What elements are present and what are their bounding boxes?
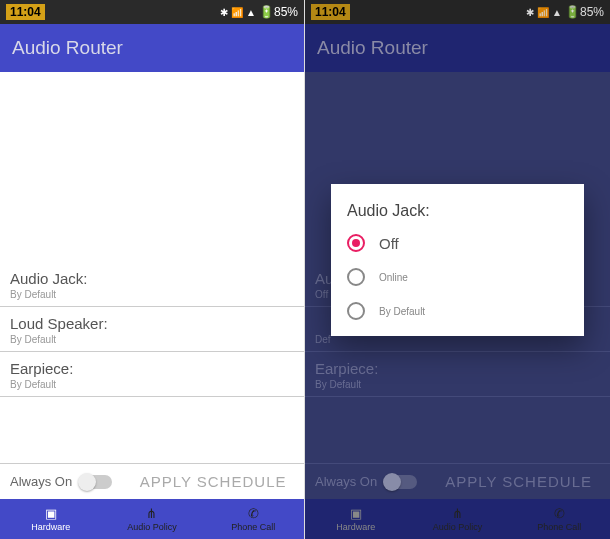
radio-option-default[interactable]: By Default: [347, 302, 568, 320]
nav-phone-call[interactable]: ✆ Phone Call: [203, 499, 304, 539]
screen-left: 11:04 ✱ 📶 ▲ 🔋85% Audio Router Audio Jack…: [0, 0, 305, 539]
chip-icon: ▣: [350, 506, 362, 521]
signal-icon: 📶: [231, 7, 243, 18]
setting-audio-jack[interactable]: Audio Jack: By Default: [0, 262, 304, 307]
main-content: Audio Jack: By Default Loud Speaker: By …: [0, 72, 304, 463]
status-bar: 11:04 ✱ 📶 ▲ 🔋85%: [0, 0, 304, 24]
app-title: Audio Router: [12, 37, 123, 59]
content-spacer: [0, 72, 304, 262]
bottom-nav: ▣ Hardware ⋔ Audio Policy ✆ Phone Call: [305, 499, 610, 539]
app-header: Audio Router: [305, 24, 610, 72]
bottom-row: Always On APPLY SCHEDULE: [0, 463, 304, 499]
setting-earpiece[interactable]: Earpiece: By Default: [0, 352, 304, 397]
status-time: 11:04: [311, 4, 350, 20]
phone-icon: ✆: [554, 506, 565, 521]
bluetooth-icon: ✱: [220, 7, 228, 18]
setting-earpiece: Earpiece: By Default: [305, 352, 610, 397]
nav-phone-call: ✆ Phone Call: [508, 499, 610, 539]
wifi-icon: ▲: [246, 7, 256, 18]
apply-schedule-button: APPLY SCHEDULE: [437, 473, 600, 490]
apply-schedule-button[interactable]: APPLY SCHEDULE: [132, 473, 294, 490]
always-on-toggle[interactable]: [80, 475, 112, 489]
always-on-label: Always On: [315, 474, 377, 489]
radio-option-off[interactable]: Off: [347, 234, 568, 252]
bottom-row: Always On APPLY SCHEDULE: [305, 463, 610, 499]
dialog-title: Audio Jack:: [347, 202, 568, 220]
share-icon: ⋔: [146, 506, 157, 521]
status-bar: 11:04 ✱ 📶 ▲ 🔋85%: [305, 0, 610, 24]
audio-jack-dialog: Audio Jack: Off Online By Default: [331, 184, 584, 336]
screen-right: 11:04 ✱ 📶 ▲ 🔋85% Audio Router Au Off Def: [305, 0, 610, 539]
always-on-toggle: [385, 475, 417, 489]
phone-icon: ✆: [248, 506, 259, 521]
battery-indicator: 🔋85%: [259, 5, 298, 19]
app-title: Audio Router: [317, 37, 428, 59]
status-icons: ✱ 📶 ▲ 🔋85%: [220, 5, 298, 19]
share-icon: ⋔: [452, 506, 463, 521]
wifi-icon: ▲: [552, 7, 562, 18]
setting-loud-speaker[interactable]: Loud Speaker: By Default: [0, 307, 304, 352]
battery-indicator: 🔋85%: [565, 5, 604, 19]
nav-hardware[interactable]: ▣ Hardware: [0, 499, 101, 539]
radio-icon: [347, 234, 365, 252]
radio-option-online[interactable]: Online: [347, 268, 568, 286]
radio-icon: [347, 302, 365, 320]
nav-hardware: ▣ Hardware: [305, 499, 407, 539]
always-on-label: Always On: [10, 474, 72, 489]
app-header: Audio Router: [0, 24, 304, 72]
nav-audio-policy: ⋔ Audio Policy: [407, 499, 509, 539]
chip-icon: ▣: [45, 506, 57, 521]
nav-audio-policy[interactable]: ⋔ Audio Policy: [101, 499, 202, 539]
radio-icon: [347, 268, 365, 286]
status-icons: ✱ 📶 ▲ 🔋85%: [526, 5, 604, 19]
bottom-nav: ▣ Hardware ⋔ Audio Policy ✆ Phone Call: [0, 499, 304, 539]
signal-icon: 📶: [537, 7, 549, 18]
bluetooth-icon: ✱: [526, 7, 534, 18]
status-time: 11:04: [6, 4, 45, 20]
